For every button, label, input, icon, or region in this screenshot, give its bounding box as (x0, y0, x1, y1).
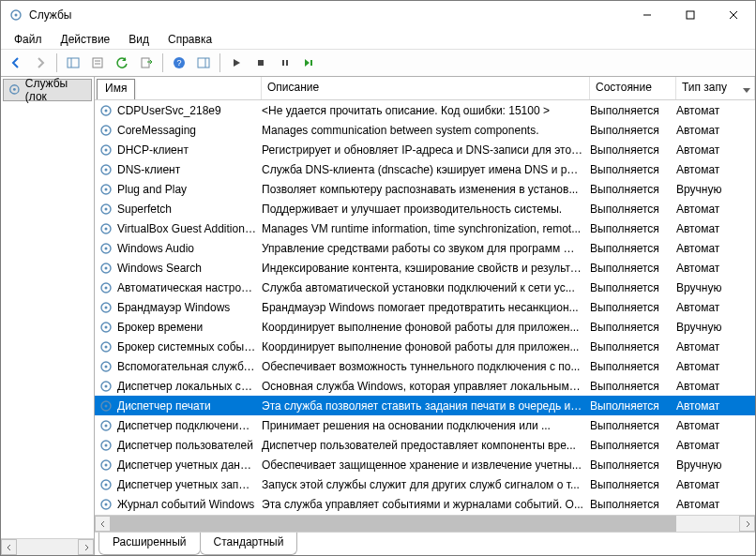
close-button[interactable] (712, 1, 755, 29)
service-gear-icon (98, 438, 113, 453)
service-gear-icon (98, 300, 113, 315)
service-row[interactable]: Диспетчер локальных сеа...Основная служб… (95, 376, 755, 396)
app-icon (8, 8, 23, 23)
svg-point-59 (105, 463, 108, 466)
column-description[interactable]: Описание (262, 77, 590, 99)
minimize-button[interactable] (626, 1, 669, 29)
svg-rect-18 (286, 60, 288, 66)
service-row[interactable]: Windows AudioУправление средствами работ… (95, 238, 755, 258)
svg-rect-19 (310, 60, 312, 66)
service-state: Выполняется (590, 262, 676, 275)
menu-action[interactable]: Действие (52, 31, 120, 48)
service-row[interactable]: Брокер системных событийКоординирует вып… (95, 337, 755, 356)
service-row[interactable]: Диспетчер пользователейДиспетчер пользов… (95, 435, 755, 455)
service-name: DNS-клиент (117, 163, 262, 176)
service-name: Диспетчер учетных данных (117, 458, 262, 472)
service-row[interactable]: Автоматическая настройк...Служба автомат… (95, 278, 755, 297)
service-state: Выполняется (590, 124, 676, 137)
column-startup-type[interactable]: Тип запу (676, 77, 755, 99)
maximize-button[interactable] (669, 1, 712, 29)
tab-standard[interactable]: Стандартный (200, 533, 298, 555)
service-gear-icon (98, 202, 113, 217)
service-gear-icon (98, 458, 113, 473)
stop-service-button[interactable] (249, 52, 272, 74)
column-state[interactable]: Состояние (590, 77, 676, 99)
list-body[interactable]: CDPUserSvc_218e9<Не удается прочитать оп… (95, 100, 755, 515)
service-startup-type: Автомат (676, 242, 755, 255)
service-gear-icon (98, 103, 113, 118)
scroll-right-icon[interactable] (78, 539, 94, 555)
tab-extended[interactable]: Расширенный (98, 533, 201, 555)
help-button[interactable]: ? (168, 52, 190, 74)
service-description: Служба DNS-клиента (dnscache) кэширует и… (262, 163, 590, 176)
service-state: Выполняется (590, 399, 676, 413)
tree-root-services[interactable]: Службы (лок (3, 79, 92, 101)
service-row[interactable]: DHCP-клиентРегистрирует и обновляет IP-а… (95, 140, 755, 159)
service-row[interactable]: Диспетчер подключений ...Принимает решен… (95, 415, 755, 435)
service-description: Служба автоматической установки подключе… (262, 281, 590, 294)
service-row[interactable]: Windows SearchИндексирование контента, к… (95, 258, 755, 278)
service-row[interactable]: CDPUserSvc_218e9<Не удается прочитать оп… (95, 100, 755, 120)
service-row[interactable]: Журнал событий WindowsЭта служба управля… (95, 494, 755, 514)
service-state: Выполняется (590, 242, 676, 255)
service-gear-icon (98, 221, 113, 236)
svg-text:?: ? (176, 58, 181, 68)
action-pane-button[interactable] (192, 52, 215, 74)
scroll-left-icon[interactable] (1, 539, 17, 555)
left-pane-hscroll[interactable] (1, 538, 94, 555)
service-name: Диспетчер пользователей (117, 439, 262, 452)
service-row[interactable]: DNS-клиентСлужба DNS-клиента (dnscache) … (95, 159, 755, 179)
service-row[interactable]: Брандмауэр WindowsБрандмауэр Windows пом… (95, 297, 755, 317)
service-gear-icon (98, 261, 113, 276)
service-row[interactable]: Вспомогательная служба IPОбеспечивает во… (95, 356, 755, 376)
start-service-button[interactable] (225, 52, 248, 74)
service-startup-type: Автомат (676, 203, 755, 216)
service-name: VirtualBox Guest Additions ... (117, 222, 262, 235)
service-gear-icon (98, 143, 113, 158)
service-row[interactable]: CoreMessagingManages communication betwe… (95, 120, 755, 140)
svg-point-31 (105, 188, 108, 190)
properties-button[interactable] (86, 52, 109, 74)
toolbar: ? (1, 50, 755, 77)
svg-point-29 (105, 168, 108, 171)
titlebar[interactable]: Службы (1, 1, 755, 29)
service-row[interactable]: Диспетчер печатиЭта служба позволяет ста… (95, 396, 755, 415)
service-startup-type: Автомат (676, 340, 755, 353)
scrollbar-thumb[interactable] (111, 516, 676, 532)
service-row[interactable]: Диспетчер учетных данныхОбеспечивает защ… (95, 455, 755, 474)
service-row[interactable]: Брокер времениКоординирует выполнение фо… (95, 317, 755, 337)
scroll-right-icon[interactable] (739, 516, 755, 532)
refresh-button[interactable] (111, 52, 133, 74)
restart-service-button[interactable] (298, 52, 321, 74)
svg-point-43 (105, 306, 108, 308)
service-row[interactable]: SuperfetchПоддерживает и улучшает произв… (95, 199, 755, 218)
svg-point-45 (105, 325, 108, 328)
service-state: Выполняется (590, 419, 676, 432)
show-hide-console-tree-button[interactable] (62, 52, 84, 74)
service-name: Диспетчер локальных сеа... (117, 380, 262, 393)
svg-rect-3 (687, 11, 694, 19)
service-description: Управление средствами работы со звуком д… (262, 242, 590, 255)
menu-file[interactable]: Файл (5, 31, 52, 48)
scroll-left-icon[interactable] (95, 516, 111, 532)
service-startup-type: Автомат (676, 380, 755, 393)
console-tree[interactable]: Службы (лок (1, 77, 95, 555)
menu-help[interactable]: Справка (159, 31, 221, 48)
service-startup-type: Автомат (676, 301, 755, 314)
back-button[interactable] (5, 52, 27, 74)
svg-rect-14 (198, 58, 209, 68)
list-hscroll[interactable] (95, 515, 755, 532)
service-row[interactable]: Plug and PlayПозволяет компьютеру распоз… (95, 179, 755, 199)
svg-point-41 (105, 286, 108, 289)
pause-service-button[interactable] (274, 52, 296, 74)
menu-view[interactable]: Вид (119, 31, 159, 48)
service-startup-type: Вручную (676, 183, 755, 196)
service-startup-type: Автомат (676, 104, 755, 117)
service-description: Обеспечивает защищенное хранение и извле… (262, 458, 590, 472)
forward-button[interactable] (29, 52, 52, 74)
service-row[interactable]: Диспетчер учетных записе...Запуск этой с… (95, 474, 755, 494)
service-row[interactable]: VirtualBox Guest Additions ...Manages VM… (95, 218, 755, 238)
service-startup-type: Автомат (676, 498, 755, 511)
export-list-button[interactable] (135, 52, 158, 74)
column-name[interactable]: Имя (95, 77, 262, 99)
